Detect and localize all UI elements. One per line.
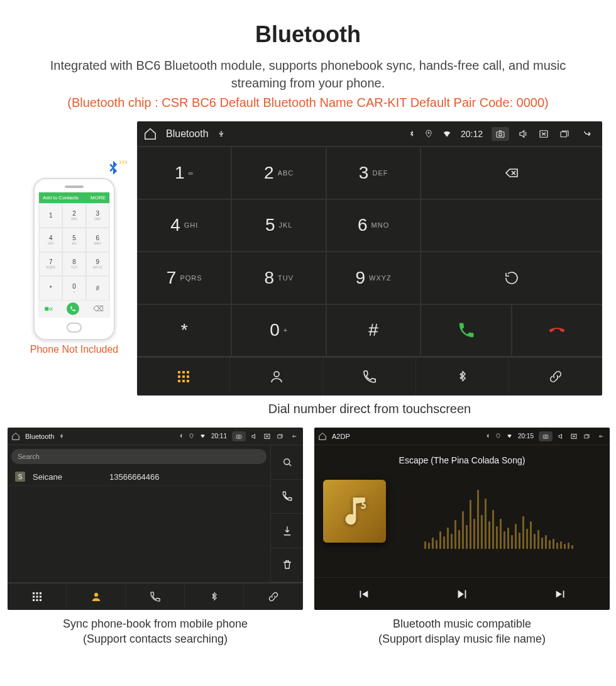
svg-rect-27 bbox=[36, 599, 38, 601]
call-contact-icon[interactable] bbox=[270, 480, 303, 514]
svg-rect-24 bbox=[36, 595, 38, 597]
svg-point-29 bbox=[94, 593, 97, 597]
home-icon[interactable] bbox=[143, 127, 157, 141]
wifi-icon bbox=[442, 130, 452, 138]
clock: 20:12 bbox=[461, 129, 483, 139]
tab-contacts[interactable] bbox=[67, 584, 126, 610]
close-apps-icon[interactable] bbox=[570, 433, 578, 440]
contact-initial-badge: S bbox=[15, 472, 25, 482]
phone-not-included-label: Phone Not Included bbox=[11, 344, 137, 355]
screenshot-icon[interactable] bbox=[492, 127, 509, 141]
search-input[interactable]: Search bbox=[11, 449, 267, 464]
bluetooth-specs-text: (Bluetooth chip : CSR BC6 Default Blueto… bbox=[0, 96, 616, 110]
back-icon[interactable] bbox=[580, 129, 596, 139]
recent-apps-icon[interactable] bbox=[558, 129, 571, 139]
svg-rect-7 bbox=[187, 371, 189, 373]
svg-point-31 bbox=[545, 436, 547, 438]
search-icon[interactable] bbox=[270, 445, 303, 480]
screenshot-icon[interactable] bbox=[539, 431, 553, 441]
dial-key-2[interactable]: 2ABC bbox=[231, 147, 326, 199]
prev-track-button[interactable] bbox=[314, 578, 413, 610]
search-placeholder: Search bbox=[18, 453, 40, 460]
dial-key-3[interactable]: 3DEF bbox=[326, 147, 421, 199]
svg-point-0 bbox=[428, 132, 429, 133]
page-subtitle: Integrated with BC6 Bluetooth module, su… bbox=[38, 57, 578, 92]
dial-key-1[interactable]: 1∞ bbox=[137, 147, 231, 199]
screenshot-icon[interactable] bbox=[232, 431, 246, 441]
tab-recent-calls[interactable] bbox=[126, 584, 185, 610]
tab-bluetooth-pair[interactable] bbox=[416, 358, 509, 396]
close-apps-icon[interactable] bbox=[263, 433, 271, 440]
dial-keypad: 1∞2ABC3DEF4GHI5JKL6MNO7PQRS8TUV9WXYZ*0+# bbox=[137, 147, 421, 357]
dial-key-#[interactable]: # bbox=[326, 304, 421, 357]
dial-key-9[interactable]: 9WXYZ bbox=[326, 252, 421, 304]
svg-rect-18 bbox=[278, 434, 282, 438]
song-title: Escape (The Pina Colada Song) bbox=[314, 455, 610, 465]
contact-row-empty bbox=[8, 575, 270, 582]
audio-visualizer bbox=[396, 473, 601, 549]
next-track-button[interactable] bbox=[511, 578, 610, 610]
svg-rect-8 bbox=[178, 375, 180, 378]
recent-apps-icon[interactable] bbox=[276, 433, 284, 440]
headunit-contacts: Bluetooth 20:11 Search S Seicane bbox=[8, 428, 303, 610]
delete-contacts-icon[interactable] bbox=[270, 548, 303, 583]
hangup-button[interactable] bbox=[512, 304, 602, 357]
dial-key-5[interactable]: 5JKL bbox=[231, 199, 326, 252]
tab-settings-link[interactable] bbox=[509, 358, 602, 396]
home-icon[interactable] bbox=[11, 432, 20, 441]
contact-row[interactable]: S Seicane 13566664466 bbox=[8, 468, 270, 486]
download-contacts-icon[interactable] bbox=[270, 514, 303, 548]
home-icon[interactable] bbox=[318, 432, 327, 441]
svg-rect-4 bbox=[561, 131, 566, 136]
phone-key: 6MNO bbox=[86, 228, 109, 252]
dial-button[interactable] bbox=[421, 304, 511, 357]
contacts-caption-l2: (Support contacts searching) bbox=[8, 631, 303, 646]
empty-cell bbox=[421, 199, 602, 252]
phone-screen-header: Add to Contacts MORE bbox=[39, 192, 109, 203]
tab-recent-calls[interactable] bbox=[323, 358, 416, 396]
usb-icon bbox=[217, 129, 225, 139]
status-bar: Bluetooth 20:12 bbox=[137, 121, 602, 147]
recent-apps-icon[interactable] bbox=[583, 433, 591, 440]
backspace-button[interactable] bbox=[421, 147, 602, 199]
tab-keypad[interactable] bbox=[8, 584, 67, 610]
status-bar: Bluetooth 20:11 bbox=[8, 428, 303, 445]
tab-contacts[interactable] bbox=[230, 358, 323, 396]
bt-status-icon bbox=[179, 433, 184, 440]
close-apps-icon[interactable] bbox=[538, 128, 549, 140]
svg-rect-26 bbox=[32, 599, 34, 601]
phone-key: * bbox=[39, 276, 62, 301]
a2dp-caption: Bluetooth music compatible (Support disp… bbox=[314, 616, 610, 647]
dial-key-6[interactable]: 6MNO bbox=[326, 199, 421, 252]
volume-icon[interactable] bbox=[518, 128, 529, 140]
dial-key-*[interactable]: * bbox=[137, 304, 231, 357]
tab-bluetooth-pair[interactable] bbox=[185, 584, 244, 610]
dial-key-8[interactable]: 8TUV bbox=[231, 252, 326, 304]
redial-button[interactable] bbox=[421, 252, 602, 304]
back-icon[interactable] bbox=[289, 433, 299, 440]
tab-settings-link[interactable] bbox=[244, 584, 303, 610]
volume-icon[interactable] bbox=[558, 433, 565, 440]
headunit-dialer: Bluetooth 20:12 1∞2ABC3DEF4GHI5JKL6MNO7P… bbox=[137, 121, 602, 396]
play-pause-button[interactable] bbox=[413, 578, 512, 610]
location-icon bbox=[424, 129, 433, 139]
dialer-actions bbox=[421, 147, 602, 357]
svg-point-19 bbox=[283, 459, 289, 465]
phone-key: 2ABC bbox=[62, 203, 85, 228]
dial-key-0[interactable]: 0+ bbox=[231, 304, 326, 357]
svg-point-14 bbox=[274, 372, 279, 377]
contacts-tabs bbox=[8, 582, 303, 610]
phone-key: 9WXYZ bbox=[86, 252, 109, 277]
phone-key: 5JKL bbox=[62, 228, 85, 252]
bt-status-icon bbox=[485, 433, 490, 440]
dial-key-7[interactable]: 7PQRS bbox=[137, 252, 231, 304]
svg-point-16 bbox=[238, 436, 240, 438]
tab-keypad[interactable] bbox=[137, 358, 230, 396]
location-icon bbox=[189, 433, 194, 440]
location-icon bbox=[495, 433, 501, 440]
volume-icon[interactable] bbox=[251, 433, 258, 440]
dial-key-4[interactable]: 4GHI bbox=[137, 199, 231, 252]
back-icon[interactable] bbox=[596, 433, 606, 440]
phone-key: 7PQRS bbox=[39, 252, 62, 277]
bluetooth-icon: ››› bbox=[104, 159, 123, 182]
